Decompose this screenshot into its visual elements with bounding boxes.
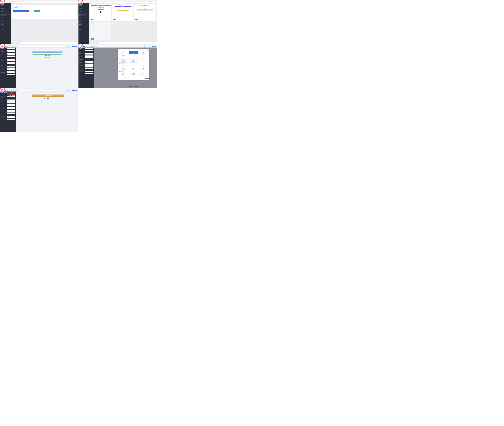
element-tile-商品選択[interactable]: ▦商品選択 <box>119 68 128 71</box>
reload-icon[interactable]: ⟳ <box>77 0 77 1</box>
element-tile-購入商品一覧[interactable]: ≣購入商品一覧 <box>119 55 128 58</box>
prop-value[interactable]: デフォルト <box>7 117 15 118</box>
purchase-button-element[interactable]: はい、注文に追加します <box>32 94 64 97</box>
section-outline[interactable]: ＋ ＋ ＋ ＋ <box>32 51 63 57</box>
add-icon[interactable]: ＋ <box>45 55 46 56</box>
nav-item[interactable]: パートナー <box>21 2 24 3</box>
delete-icon[interactable]: 🗑 <box>48 57 49 58</box>
select-button[interactable]: ＋ 追加 <box>135 19 138 20</box>
prop-value[interactable] <box>7 108 15 109</box>
prop-value[interactable]: デフォルト <box>7 68 15 69</box>
share-icon[interactable]: ⇧ <box>75 0 75 1</box>
prop-value[interactable] <box>85 56 93 57</box>
prop-value[interactable]: 全体 <box>7 51 15 52</box>
prop-value[interactable]: デフォルト <box>85 65 93 66</box>
sidebar-item[interactable]: マニュアル <box>0 27 11 28</box>
select-blank-button[interactable]: ＋ 追加 <box>91 38 94 40</box>
prop-value[interactable]: デフォルト <box>7 71 15 72</box>
nav-item[interactable]: メール・LINE配信 <box>7 2 11 3</box>
add-icon[interactable]: ＋ <box>48 55 49 56</box>
prop-value[interactable] <box>7 104 15 105</box>
element-tile-日程一覧[interactable]: ☰日程一覧 <box>129 59 138 63</box>
sidebar-item[interactable]: 広告連携設定 <box>0 16 11 18</box>
nav-item[interactable]: 会員サイト <box>12 2 15 3</box>
prop-value[interactable]: デフォルト <box>7 69 15 70</box>
add-button[interactable]: ＋ 追加 <box>13 14 29 16</box>
prop-value[interactable]: PCと同じサイズ <box>7 102 15 103</box>
template-card-fee[interactable]: 決済ページ（手数料） 10/8まで 作業依頼支払いフォーム お名前 メールアドレ… <box>134 4 155 21</box>
preview-button[interactable]: ◉ プレビュー <box>66 46 72 47</box>
prop-value[interactable]: デフォルト <box>85 62 93 63</box>
sidebar-item[interactable]: 売上 <box>0 21 11 22</box>
prop-value[interactable]: デフォルト <box>7 119 15 120</box>
element-tile-カード情報入力欄[interactable]: 💳カード情報入力欄 <box>139 64 148 67</box>
element-tile-送信ボタン[interactable]: ⇪送信ボタン <box>129 64 138 67</box>
prop-value[interactable]: デフォルト <box>85 66 93 67</box>
sidebar-item[interactable]: よくある質問 <box>0 29 11 30</box>
sidebar-item[interactable]: デーマ（全体） <box>0 5 11 6</box>
row-thanks[interactable]: サンクスページ <box>13 12 29 13</box>
sidebar-item[interactable]: ▶ コメント <box>0 11 11 12</box>
linked-product-field[interactable] <box>7 93 15 94</box>
prop-value[interactable]: デフォルト <box>7 111 15 112</box>
row-outline[interactable] <box>33 52 62 54</box>
prop-value[interactable]: デフォルト <box>85 61 93 62</box>
prop-value[interactable] <box>7 62 15 63</box>
prop-value[interactable] <box>7 99 15 100</box>
sidebar-item[interactable]: デーマ（個別） <box>0 7 11 8</box>
template-card-line[interactable]: サンクスページ（LINE登録） 重要！このページは削除可能です 0 : 1 : … <box>90 4 111 21</box>
sidebar-item[interactable]: 事業者設定 <box>0 24 11 25</box>
prop-value[interactable] <box>7 48 15 49</box>
element-tile-次へ進むリンク[interactable]: ➔次へ進むリンク <box>139 51 148 54</box>
add-icon[interactable]: ＋ <box>46 55 47 56</box>
element-tile-動画[interactable]: ▷動画 <box>129 76 138 79</box>
prop-value[interactable] <box>85 71 93 72</box>
add-page-button[interactable]: ＋ ページ追加 <box>34 10 40 12</box>
tab-page[interactable]: ページ <box>34 8 36 9</box>
move-icon[interactable]: ↕ <box>46 98 47 99</box>
prop-value[interactable] <box>7 63 15 64</box>
copy-icon[interactable]: ⧉ <box>47 98 48 99</box>
prop-value[interactable]: オレンジ(立体) <box>7 105 15 106</box>
reproduct-chip[interactable]: ☑ 再商品 <box>12 95 15 96</box>
insert-position[interactable]: 選択した部品を下に ▾ <box>142 50 149 51</box>
add-chip[interactable]: ＋ 追加 <box>8 95 11 96</box>
redo-icon[interactable]: ↷ <box>9 46 10 47</box>
select-button[interactable]: ＋ 追加 <box>91 19 94 20</box>
add-icon[interactable]: ＋ <box>44 98 45 99</box>
element-tile-購入商品(カート)[interactable]: ☲購入商品(カート) <box>129 68 138 71</box>
plus-icon[interactable]: ＋ <box>76 0 76 1</box>
prop-value[interactable] <box>85 48 93 49</box>
tab-individual[interactable]: 個別 <box>37 8 38 9</box>
prop-value[interactable]: デフォルト <box>7 116 15 117</box>
element-slot[interactable]: ＋ ＋ ＋ ＋ <box>33 55 62 56</box>
prop-value[interactable]: デフォルト <box>85 68 93 69</box>
sidebar-item[interactable]: 決済画面設定 <box>0 23 11 24</box>
element-tile-購入ボタン[interactable]: ▭購入ボタン <box>129 51 138 54</box>
close-button[interactable]: 閉じる <box>145 78 149 79</box>
auto-check-button[interactable]: ◉ 表示確認(自動化設定) <box>129 86 138 87</box>
prop-value[interactable] <box>85 55 93 56</box>
element-tile-予約日時[interactable]: 🕒予約日時 <box>119 76 128 79</box>
prop-value[interactable] <box>85 57 93 58</box>
tab-add[interactable]: 追加 <box>19 6 22 7</box>
sidebar-item-selected[interactable]: アクション設定 <box>0 14 11 15</box>
tab-pagelist[interactable]: ページ一覧 <box>13 6 18 7</box>
prop-value[interactable]: デフォルト <box>7 53 15 54</box>
editor-canvas[interactable]: ＋ ＋ ＋ ＋ ↕ ⧉ 🗑 ⚙ <box>16 48 78 88</box>
prop-value[interactable]: 中央 <box>7 66 15 67</box>
prop-value[interactable] <box>7 110 15 111</box>
nav-item[interactable]: AIアシスト <box>25 2 28 3</box>
prop-value[interactable]: ファネルの次のステップ <box>7 96 15 97</box>
sidebar-item[interactable]: ▶ ファネル共通設定 <box>0 12 11 13</box>
move-icon[interactable]: ↕ <box>45 57 46 58</box>
prop-value[interactable] <box>85 73 93 74</box>
element-tile-入力欄[interactable]: ⌨入力欄 <box>119 64 128 67</box>
prop-value[interactable]: デフォルト <box>7 72 15 73</box>
prop-value[interactable] <box>85 50 93 51</box>
prop-value[interactable]: デフォルト <box>7 113 15 114</box>
settings-icon[interactable]: ⚙ <box>49 57 50 58</box>
prop-value[interactable] <box>85 53 93 54</box>
element-tile-申込フォーム[interactable]: ✎申込フォーム <box>119 59 128 63</box>
sidebar-item[interactable]: 商品管理 <box>0 20 11 21</box>
